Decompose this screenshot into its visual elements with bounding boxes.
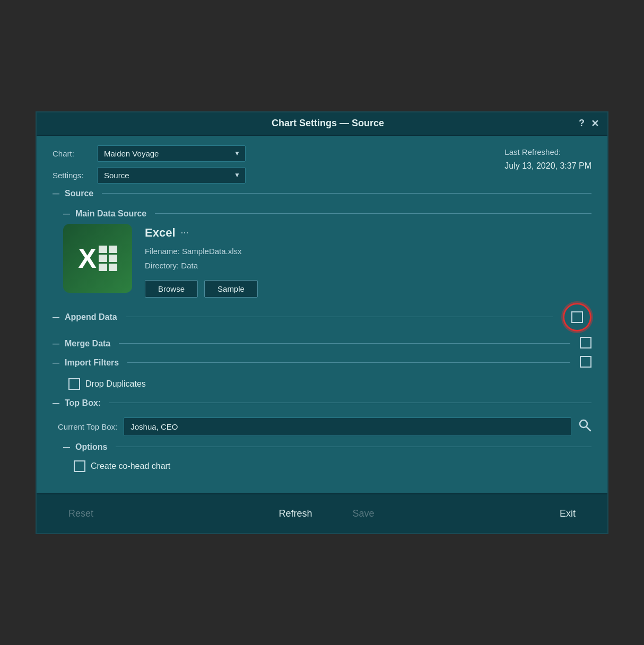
browse-button[interactable]: Browse bbox=[145, 280, 198, 298]
source-section-line bbox=[102, 193, 591, 194]
co-head-chart-row: Create co-head chart bbox=[63, 457, 591, 475]
excel-more-button[interactable]: ··· bbox=[181, 227, 189, 238]
chart-label: Chart: bbox=[53, 149, 90, 158]
svg-line-1 bbox=[587, 427, 591, 431]
close-button[interactable]: ✕ bbox=[591, 118, 599, 129]
title-bar: Chart Settings — Source ? ✕ bbox=[37, 112, 607, 136]
drop-duplicates-checkbox[interactable] bbox=[68, 378, 80, 390]
merge-data-title: Merge Data bbox=[65, 339, 110, 348]
main-data-source-section: — Main Data Source X bbox=[53, 204, 591, 303]
header-right: Last Refreshed: July 13, 2020, 3:37 PM bbox=[504, 145, 591, 173]
append-data-section: — Append Data bbox=[53, 303, 591, 332]
footer: Reset Refresh Save Exit bbox=[37, 493, 607, 533]
import-filters-title: Import Filters bbox=[65, 358, 119, 368]
settings-dropdown[interactable]: Source bbox=[97, 167, 246, 184]
append-data-checkbox-highlighted[interactable] bbox=[563, 303, 591, 332]
current-top-box-input[interactable] bbox=[124, 417, 571, 436]
excel-directory: Directory: Data bbox=[145, 258, 258, 273]
co-head-chart-checkbox[interactable] bbox=[74, 460, 85, 472]
drop-duplicates-label: Drop Duplicates bbox=[85, 379, 146, 389]
main-data-line bbox=[155, 213, 591, 214]
last-refreshed-label: Last Refreshed: bbox=[504, 145, 591, 159]
options-title: Options bbox=[75, 442, 107, 452]
top-box-header: — Top Box: bbox=[53, 398, 591, 408]
import-filters-section: — Import Filters Drop Duplicates bbox=[53, 356, 591, 393]
merge-data-section: — Merge Data bbox=[53, 337, 591, 351]
top-box-title: Top Box: bbox=[65, 398, 101, 408]
grid-cell-3 bbox=[99, 255, 107, 262]
top-box-section: — Top Box: Current Top Box: bbox=[53, 398, 591, 477]
import-filters-checkbox-right[interactable] bbox=[580, 356, 591, 368]
settings-dropdown-wrapper: Source ▼ bbox=[97, 167, 246, 184]
drop-duplicates-left: Drop Duplicates bbox=[68, 378, 146, 390]
import-toggle[interactable]: — bbox=[53, 359, 59, 367]
merge-data-checkbox[interactable] bbox=[580, 337, 591, 348]
excel-details: Excel ··· Filename: SampleData.xlsx Dire… bbox=[145, 224, 258, 298]
main-data-source-title: Main Data Source bbox=[75, 209, 146, 219]
append-data-header: — Append Data bbox=[53, 303, 591, 332]
append-data-title: Append Data bbox=[65, 312, 117, 322]
excel-row: X Exce bbox=[63, 224, 591, 298]
grid-cell-5 bbox=[99, 264, 107, 271]
excel-meta: Filename: SampleData.xlsx Directory: Dat… bbox=[145, 244, 258, 273]
drop-duplicates-row: Drop Duplicates bbox=[53, 375, 591, 393]
current-top-box-label: Current Top Box: bbox=[58, 422, 117, 431]
exit-button[interactable]: Exit bbox=[544, 503, 591, 525]
save-button[interactable]: Save bbox=[337, 503, 390, 525]
append-data-inner-box bbox=[571, 311, 583, 323]
main-data-toggle[interactable]: — bbox=[63, 210, 70, 217]
help-button[interactable]: ? bbox=[579, 118, 585, 129]
top-box-toggle[interactable]: — bbox=[53, 399, 59, 407]
last-refreshed-date: July 13, 2020, 3:37 PM bbox=[504, 159, 591, 173]
merge-line bbox=[119, 343, 570, 344]
grid-cell-4 bbox=[109, 255, 117, 262]
excel-x-letter: X bbox=[78, 242, 97, 274]
excel-name: Excel bbox=[145, 226, 176, 240]
append-toggle[interactable]: — bbox=[53, 313, 59, 321]
chart-field-row: Chart: Maiden Voyage ▼ bbox=[53, 145, 246, 162]
chart-dropdown[interactable]: Maiden Voyage bbox=[97, 145, 246, 162]
header-row: Chart: Maiden Voyage ▼ Settings: Source … bbox=[37, 136, 607, 189]
settings-field-row: Settings: Source ▼ bbox=[53, 167, 246, 184]
chart-settings-dialog: Chart Settings — Source ? ✕ Chart: Maide… bbox=[36, 111, 608, 534]
chart-dropdown-wrapper: Maiden Voyage ▼ bbox=[97, 145, 246, 162]
sample-button[interactable]: Sample bbox=[204, 280, 258, 298]
source-section: — Source — Main Data Source X bbox=[53, 189, 591, 477]
options-line bbox=[116, 447, 591, 447]
excel-grid bbox=[99, 246, 117, 271]
source-section-header: — Source bbox=[53, 189, 591, 198]
grid-cell-1 bbox=[99, 246, 107, 253]
main-data-source-header: — Main Data Source bbox=[63, 209, 591, 219]
merge-data-header: — Merge Data bbox=[53, 337, 591, 351]
options-section: — Options Create co-head chart bbox=[53, 440, 591, 477]
excel-icon-inner: X bbox=[63, 224, 132, 293]
content-area: — Source — Main Data Source X bbox=[37, 189, 607, 493]
excel-name-row: Excel ··· bbox=[145, 226, 258, 240]
grid-cell-2 bbox=[109, 246, 117, 253]
grid-cell-6 bbox=[109, 264, 117, 271]
options-toggle[interactable]: — bbox=[63, 443, 70, 451]
import-line bbox=[127, 362, 570, 363]
source-section-title: Source bbox=[65, 189, 93, 198]
merge-toggle[interactable]: — bbox=[53, 339, 59, 347]
top-box-line bbox=[109, 403, 591, 403]
append-line bbox=[126, 317, 553, 317]
source-toggle[interactable]: — bbox=[53, 189, 59, 197]
search-icon bbox=[578, 418, 591, 432]
excel-filename: Filename: SampleData.xlsx bbox=[145, 244, 258, 258]
top-box-search-button[interactable] bbox=[578, 418, 591, 435]
footer-center: Refresh Save bbox=[263, 503, 390, 525]
refresh-button[interactable]: Refresh bbox=[263, 503, 328, 525]
top-box-row: Current Top Box: bbox=[53, 413, 591, 440]
import-filters-header: — Import Filters bbox=[53, 356, 591, 370]
settings-label: Settings: bbox=[53, 171, 90, 180]
dialog-title: Chart Settings — Source bbox=[77, 118, 579, 129]
reset-button[interactable]: Reset bbox=[53, 503, 109, 525]
options-header: — Options bbox=[63, 442, 591, 452]
header-left: Chart: Maiden Voyage ▼ Settings: Source … bbox=[53, 145, 246, 184]
co-head-chart-label: Create co-head chart bbox=[91, 461, 170, 471]
excel-button-row: Browse Sample bbox=[145, 280, 258, 298]
title-bar-controls: ? ✕ bbox=[579, 118, 599, 129]
excel-icon-box: X bbox=[63, 224, 132, 293]
